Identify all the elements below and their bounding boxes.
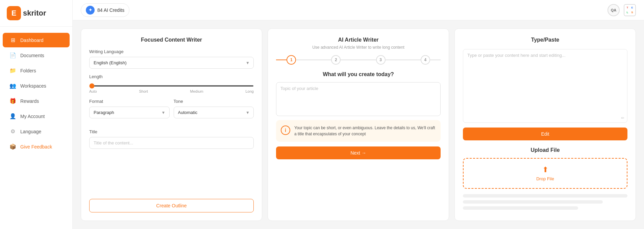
title-input[interactable] xyxy=(89,137,254,149)
focused-writer-title: Focused Content Writer xyxy=(89,37,254,43)
format-tone-row: Format Paragraph Bullet List Essay ▼ Ton… xyxy=(89,99,254,124)
steps-bar: 1 2 3 4 xyxy=(276,55,441,65)
tls-l: L xyxy=(625,10,629,15)
step-4[interactable]: 4 xyxy=(421,55,430,65)
cards-area: Focused Content Writer Writing Language … xyxy=(73,20,644,229)
type-paste-placeholder: Type or paste your content here and star… xyxy=(467,53,566,58)
length-medium: Medium xyxy=(190,89,203,93)
topic-textarea[interactable] xyxy=(276,82,441,116)
info-text: Your topic can be short, or even ambiguo… xyxy=(294,125,436,137)
language-icon: ⚙ xyxy=(9,128,16,135)
type-paste-title: Type/Paste xyxy=(463,37,627,43)
sidebar-item-my-account[interactable]: 👤 My Account xyxy=(3,109,70,123)
logo-area: E skritor xyxy=(0,0,72,27)
ai-writer-title: AI Article Writer xyxy=(276,37,441,43)
step-line-1-2 xyxy=(296,60,331,60)
writing-language-label: Writing Language xyxy=(89,49,254,54)
tls-s: S xyxy=(630,10,634,15)
create-today-label: What will you create today? xyxy=(276,71,441,77)
format-select-wrapper: Paragraph Bullet List Essay ▼ xyxy=(89,107,170,118)
sidebar-item-documents-label: Documents xyxy=(20,53,44,58)
tls-e: E xyxy=(630,6,634,10)
tls-t: T xyxy=(625,6,629,10)
focused-content-writer-card: Focused Content Writer Writing Language … xyxy=(81,28,262,221)
sidebar-item-rewards[interactable]: 🎁 Rewards xyxy=(3,94,70,108)
tone-select[interactable]: Automatic Formal Casual xyxy=(174,107,254,118)
length-auto: Auto xyxy=(89,89,97,93)
upload-file-title: Upload File xyxy=(463,147,627,153)
folders-icon: 📁 xyxy=(9,67,16,74)
sidebar-item-rewards-label: Rewards xyxy=(20,98,39,104)
main-content: ✦ 84 AI Credits QA T E L S Focused Conte… xyxy=(73,0,644,229)
sidebar-item-folders-label: Folders xyxy=(20,68,36,73)
give-feedback-icon: 📦 xyxy=(9,143,16,150)
sidebar-item-give-feedback[interactable]: 📦 Give Feedback xyxy=(3,139,70,154)
step-line-pre-1 xyxy=(276,60,287,60)
edit-button[interactable]: Edit xyxy=(463,128,627,140)
sidebar-item-language[interactable]: ⚙ Language xyxy=(3,124,70,139)
placeholder-bars xyxy=(463,194,627,212)
credits-label: 84 AI Credits xyxy=(97,7,124,13)
sidebar-item-folders[interactable]: 📁 Folders xyxy=(3,63,70,78)
length-short: Short xyxy=(139,89,148,93)
sidebar-item-workspaces-label: Workspaces xyxy=(20,83,46,89)
topbar-right: QA T E L S xyxy=(608,4,636,16)
info-icon: i xyxy=(281,125,290,135)
type-paste-card: Type/Paste Type or paste your content he… xyxy=(454,28,636,221)
logo-icon: E xyxy=(7,6,21,20)
sidebar-item-documents[interactable]: 📄 Documents xyxy=(3,48,70,63)
sidebar-item-dashboard-label: Dashboard xyxy=(20,38,44,43)
length-section: Length Auto Short Medium Long xyxy=(89,74,254,93)
sidebar-item-workspaces[interactable]: 👥 Workspaces xyxy=(3,78,70,93)
rewards-icon: 🎁 xyxy=(9,98,16,104)
placeholder-bar-2 xyxy=(463,200,603,204)
next-button[interactable]: Next → xyxy=(276,146,441,159)
sidebar: E skritor ⊞ Dashboard 📄 Documents 📁 Fold… xyxy=(0,0,73,229)
step-2[interactable]: 2 xyxy=(331,55,341,65)
format-select[interactable]: Paragraph Bullet List Essay xyxy=(89,107,170,118)
language-select-wrapper: English (English) Spanish French ▼ xyxy=(89,57,254,69)
format-col: Format Paragraph Bullet List Essay ▼ xyxy=(89,99,170,124)
step-1[interactable]: 1 xyxy=(287,55,296,65)
tone-select-wrapper: Automatic Formal Casual ▼ xyxy=(174,107,254,118)
tone-label: Tone xyxy=(174,99,254,104)
tone-col: Tone Automatic Formal Casual ▼ xyxy=(174,99,254,124)
step-3[interactable]: 3 xyxy=(376,55,386,65)
step-line-2-3 xyxy=(341,60,376,60)
sidebar-nav: ⊞ Dashboard 📄 Documents 📁 Folders 👥 Work… xyxy=(0,27,72,229)
step-line-post-4 xyxy=(430,60,441,60)
credits-icon: ✦ xyxy=(86,6,95,15)
drop-file-label: Drop File xyxy=(536,176,554,181)
length-labels: Auto Short Medium Long xyxy=(89,89,254,93)
title-label: Title xyxy=(89,129,254,134)
tls-badge[interactable]: T E L S xyxy=(624,4,636,16)
length-slider[interactable] xyxy=(89,85,254,87)
sidebar-item-give-feedback-label: Give Feedback xyxy=(20,144,52,150)
placeholder-bar-3 xyxy=(463,206,578,210)
edit-pencil-icon: ✏ xyxy=(621,116,624,120)
ai-article-writer-card: AI Article Writer Use advanced AI Articl… xyxy=(268,28,449,221)
documents-icon: 📄 xyxy=(9,52,16,59)
my-account-icon: 👤 xyxy=(9,113,16,119)
sidebar-item-language-label: Language xyxy=(20,129,41,134)
drop-file-area[interactable]: ⬆ Drop File xyxy=(463,158,627,189)
avatar-text: QA xyxy=(611,8,617,12)
topbar: ✦ 84 AI Credits QA T E L S xyxy=(73,0,644,20)
title-section: Title xyxy=(89,129,254,149)
length-long: Long xyxy=(246,89,254,93)
language-select[interactable]: English (English) Spanish French xyxy=(89,57,254,69)
placeholder-bar-1 xyxy=(463,194,627,198)
workspaces-icon: 👥 xyxy=(9,83,16,89)
sidebar-item-dashboard[interactable]: ⊞ Dashboard xyxy=(3,33,70,47)
upload-icon: ⬆ xyxy=(542,165,548,174)
length-label: Length xyxy=(89,74,254,79)
type-paste-area[interactable]: Type or paste your content here and star… xyxy=(463,49,627,123)
avatar[interactable]: QA xyxy=(608,4,620,16)
format-label: Format xyxy=(89,99,170,104)
info-box: i Your topic can be short, or even ambig… xyxy=(276,120,441,142)
create-outline-button[interactable]: Create Outline xyxy=(89,199,254,212)
ai-writer-subtitle: Use advanced AI Article Writer to write … xyxy=(276,45,441,50)
sidebar-item-my-account-label: My Account xyxy=(20,114,45,119)
dashboard-icon: ⊞ xyxy=(9,37,16,43)
step-line-3-4 xyxy=(386,60,421,60)
